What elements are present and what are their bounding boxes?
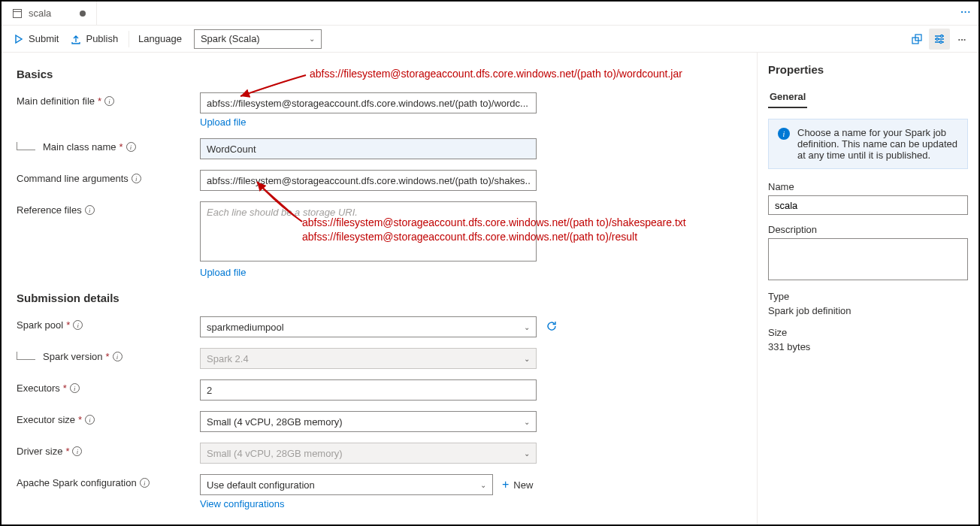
spark-config-select[interactable]: Use default configuration⌄ [200, 474, 493, 495]
driver-size-select: Small (4 vCPU, 28GB memory)⌄ [200, 443, 537, 464]
separator [129, 31, 129, 47]
info-icon[interactable]: i [72, 446, 82, 456]
description-input[interactable] [768, 238, 968, 280]
refresh-icon [546, 320, 558, 332]
info-icon[interactable]: i [104, 96, 114, 106]
more-button[interactable]: ··· [951, 29, 972, 50]
chevron-down-icon: ⌄ [524, 323, 530, 331]
name-input[interactable] [768, 195, 968, 215]
plus-icon: + [502, 478, 509, 491]
refresh-button[interactable] [546, 320, 558, 334]
type-value: Spark job definition [768, 305, 968, 316]
main-class-input[interactable] [200, 138, 537, 159]
info-icon: i [778, 128, 790, 140]
chevron-down-icon: ⌄ [524, 418, 530, 426]
info-icon[interactable]: i [113, 352, 122, 361]
language-select[interactable]: Spark (Scala) ⌄ [194, 29, 322, 49]
chevron-down-icon: ⌄ [309, 35, 315, 43]
svg-rect-0 [14, 9, 22, 17]
name-label: Name [768, 181, 968, 192]
reference-files-input[interactable] [200, 201, 537, 261]
size-value: 331 bytes [768, 341, 968, 352]
file-icon [12, 8, 23, 19]
toolbar: Submit Publish Language Spark (Scala) ⌄ … [2, 26, 978, 53]
related-icon [911, 33, 923, 45]
unsaved-indicator-icon [80, 11, 86, 17]
spark-pool-select[interactable]: sparkmediumpool⌄ [200, 316, 537, 337]
publish-icon [71, 34, 81, 44]
type-label: Type [768, 291, 968, 302]
executor-size-select[interactable]: Small (4 vCPU, 28GB memory)⌄ [200, 411, 537, 432]
info-icon[interactable]: i [70, 383, 80, 393]
chevron-down-icon: ⌄ [524, 355, 530, 363]
tab-general[interactable]: General [768, 86, 807, 108]
tab-overflow-button[interactable]: ··· [960, 6, 971, 17]
upload-ref-link[interactable]: Upload file [200, 267, 537, 278]
info-icon[interactable]: i [132, 174, 141, 183]
info-icon[interactable]: i [85, 415, 95, 425]
info-icon[interactable]: i [140, 478, 150, 488]
play-icon [14, 34, 24, 44]
main-form: abfss://filesystem@storageaccount.dfs.co… [2, 53, 757, 524]
related-button[interactable] [906, 29, 927, 50]
tab-bar: scala ··· [2, 2, 978, 26]
description-label: Description [768, 224, 968, 235]
view-config-link[interactable]: View configurations [200, 498, 493, 509]
upload-main-link[interactable]: Upload file [200, 116, 537, 128]
basics-heading: Basics [17, 68, 742, 80]
properties-pane: Properties General i Choose a name for y… [757, 53, 978, 524]
svg-point-5 [940, 41, 942, 44]
settings-button[interactable] [929, 29, 950, 50]
language-label: Language [134, 33, 186, 44]
svg-point-3 [941, 35, 943, 38]
submission-heading: Submission details [17, 292, 742, 304]
info-icon[interactable]: i [85, 205, 95, 215]
publish-button[interactable]: Publish [65, 30, 124, 47]
tab-label: scala [29, 8, 51, 19]
size-label: Size [768, 327, 968, 338]
settings-icon [933, 33, 945, 45]
submit-button[interactable]: Submit [8, 30, 65, 47]
new-config-button[interactable]: + New [502, 474, 533, 495]
chevron-down-icon: ⌄ [480, 481, 486, 489]
spark-version-select: Spark 2.4⌄ [200, 348, 537, 369]
info-icon[interactable]: i [126, 142, 136, 152]
info-callout: i Choose a name for your Spark job defin… [768, 119, 968, 169]
cli-args-input[interactable] [200, 170, 537, 191]
executors-input[interactable] [200, 379, 537, 401]
properties-heading: Properties [768, 63, 968, 76]
info-icon[interactable]: i [73, 320, 83, 330]
chevron-down-icon: ⌄ [524, 449, 530, 458]
main-definition-input[interactable] [200, 92, 537, 113]
tab-scala[interactable]: scala [2, 2, 97, 25]
svg-point-4 [936, 38, 939, 41]
